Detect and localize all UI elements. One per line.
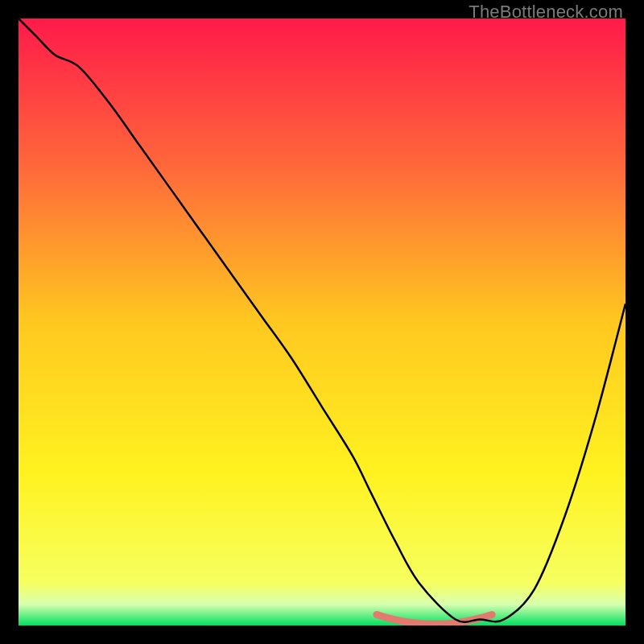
gradient-background — [19, 19, 625, 625]
bottleneck-chart — [19, 19, 625, 625]
attribution-text: TheBottleneck.com — [469, 2, 623, 23]
chart-frame — [19, 19, 625, 625]
